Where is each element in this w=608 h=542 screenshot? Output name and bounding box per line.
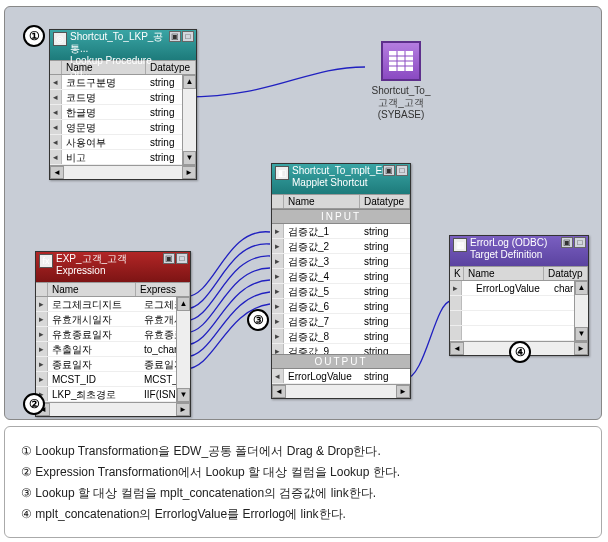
- cell: 유효종료일자: [48, 327, 140, 341]
- table-row[interactable]: ▸검증값_2string: [272, 239, 410, 254]
- target-label-3: (SYBASE): [361, 109, 441, 121]
- row-marker: ▸: [272, 329, 284, 343]
- legend-line-1: ① Lookup Transformation을 EDW_공통 폴더에서 Dra…: [21, 443, 585, 460]
- maximize-button[interactable]: □: [176, 253, 188, 264]
- lookup-icon: ◎: [53, 32, 67, 46]
- table-row[interactable]: ◂한글명string: [50, 105, 196, 120]
- row-marker: ▸: [272, 254, 284, 268]
- row-marker: ▸: [272, 239, 284, 253]
- table-row[interactable]: ▸MCST_IDMCST_I: [36, 372, 190, 387]
- row-marker: ◂: [50, 120, 62, 134]
- lookup-header-row: Name Datatype: [50, 60, 196, 75]
- mapplet-title-2: Mapplet Shortcut: [292, 177, 383, 189]
- cell: 비고: [62, 150, 146, 164]
- scroll-right-button[interactable]: ►: [176, 403, 190, 416]
- expression-rows: ▸로그체크디지트로그체크▸유효개시일자유효개시▸유효종료일자유효종료▸추출일자t…: [36, 297, 190, 402]
- expression-titlebar[interactable]: fx EXP_고객_고객 Expression ▣ □: [36, 252, 190, 282]
- scrollbar-horizontal[interactable]: ◄ ►: [36, 402, 190, 416]
- row-marker: ◂: [272, 369, 284, 383]
- col-expression: Express: [136, 283, 190, 296]
- cell: string: [360, 299, 410, 313]
- cell: 검증값_2: [284, 239, 360, 253]
- output-section: OUTPUT: [272, 354, 410, 369]
- maximize-button[interactable]: □: [182, 31, 194, 42]
- lookup-title-1: Shortcut_To_LKP_공통...: [70, 31, 169, 55]
- scroll-up-button[interactable]: ▲: [575, 281, 588, 295]
- mapplet-titlebar[interactable]: ◧ Shortcut_To_mplt_Err... Mapplet Shortc…: [272, 164, 410, 194]
- table-row[interactable]: ▸추출일자to_char(: [36, 342, 190, 357]
- table-row[interactable]: ▸검증값_9string: [272, 344, 410, 354]
- maximize-button[interactable]: □: [396, 165, 408, 176]
- errorlog-titlebar[interactable]: ▦ ErrorLog (ODBC) Target Definition ▣ □: [450, 236, 588, 266]
- table-row[interactable]: ◂사용여부string: [50, 135, 196, 150]
- table-row[interactable]: ▸검증값_7string: [272, 314, 410, 329]
- table-row[interactable]: ▸ErrorLogValuechar: [450, 281, 588, 296]
- scroll-left-button[interactable]: ◄: [272, 385, 286, 398]
- cell-name: ErrorLogValue: [472, 281, 550, 295]
- cell: 검증값_7: [284, 314, 360, 328]
- scroll-up-button[interactable]: ▲: [183, 75, 196, 89]
- table-row[interactable]: ◂비고string: [50, 150, 196, 165]
- scroll-down-button[interactable]: ▼: [575, 327, 588, 341]
- scrollbar-horizontal[interactable]: ◄ ►: [50, 165, 196, 179]
- col-datatype: Datatype: [146, 61, 196, 74]
- table-row[interactable]: ▸검증값_3string: [272, 254, 410, 269]
- lookup-titlebar[interactable]: ◎ Shortcut_To_LKP_공통... Lookup Procedure…: [50, 30, 196, 60]
- cell: 영문명: [62, 120, 146, 134]
- row-marker: ▸: [36, 312, 48, 326]
- table-row[interactable]: ▸검증값_5string: [272, 284, 410, 299]
- target-shortcut[interactable]: Shortcut_To_ 고객_고객 (SYBASE): [361, 41, 441, 121]
- scroll-right-button[interactable]: ►: [574, 342, 588, 355]
- expand-button[interactable]: ▣: [561, 237, 573, 248]
- expand-button[interactable]: ▣: [383, 165, 395, 176]
- table-row[interactable]: ▸종료일자종료일자: [36, 357, 190, 372]
- mapplet-panel[interactable]: ◧ Shortcut_To_mplt_Err... Mapplet Shortc…: [271, 163, 411, 399]
- scroll-down-button[interactable]: ▼: [177, 388, 190, 402]
- table-row: [450, 296, 588, 311]
- scroll-down-button[interactable]: ▼: [183, 151, 196, 165]
- errorlog-header-row: K Name Datatyp: [450, 266, 588, 281]
- scroll-left-button[interactable]: ◄: [450, 342, 464, 355]
- scroll-left-button[interactable]: ◄: [50, 166, 64, 179]
- maximize-button[interactable]: □: [574, 237, 586, 248]
- cell: 사용여부: [62, 135, 146, 149]
- scroll-right-button[interactable]: ►: [182, 166, 196, 179]
- table-row[interactable]: ▸검증값_8string: [272, 329, 410, 344]
- badge-4: ④: [509, 341, 531, 363]
- lookup-panel[interactable]: ◎ Shortcut_To_LKP_공통... Lookup Procedure…: [49, 29, 197, 180]
- table-row[interactable]: ▸로그체크디지트로그체크: [36, 297, 190, 312]
- scrollbar-vertical[interactable]: ▲ ▼: [182, 75, 196, 165]
- scrollbar-vertical[interactable]: ▲ ▼: [574, 281, 588, 341]
- scroll-right-button[interactable]: ►: [396, 385, 410, 398]
- table-row[interactable]: ◂ErrorLogValuestring: [272, 369, 410, 384]
- scroll-up-button[interactable]: ▲: [177, 297, 190, 311]
- errorlog-title-1: ErrorLog (ODBC): [470, 237, 561, 249]
- scrollbar-horizontal[interactable]: ◄ ►: [272, 384, 410, 398]
- table-row[interactable]: ◂코드구분명string: [50, 75, 196, 90]
- errorlog-title-2: Target Definition: [470, 249, 561, 261]
- table-row[interactable]: ▸검증값_4string: [272, 269, 410, 284]
- legend-line-4: ④ mplt_concatenation의 ErrorlogValue를 Err…: [21, 506, 585, 523]
- col-key: K: [450, 267, 464, 280]
- table-row[interactable]: ▸LKP_최초경로IIF(ISNUI: [36, 387, 190, 402]
- expand-button[interactable]: ▣: [163, 253, 175, 264]
- table-row[interactable]: ◂영문명string: [50, 120, 196, 135]
- cell: string: [360, 239, 410, 253]
- mapplet-output-rows: ◂ErrorLogValuestring: [272, 369, 410, 384]
- table-row[interactable]: ◂코드명string: [50, 90, 196, 105]
- scrollbar-vertical[interactable]: ▲ ▼: [176, 297, 190, 402]
- expand-button[interactable]: ▣: [169, 31, 181, 42]
- table-row[interactable]: ▸검증값_1string: [272, 224, 410, 239]
- cell: 코드명: [62, 90, 146, 104]
- row-marker: ▸: [36, 372, 48, 386]
- errorlog-panel[interactable]: ▦ ErrorLog (ODBC) Target Definition ▣ □ …: [449, 235, 589, 356]
- badge-1: ①: [23, 25, 45, 47]
- cell: string: [360, 224, 410, 238]
- row-marker: ▸: [272, 284, 284, 298]
- expression-panel[interactable]: fx EXP_고객_고객 Expression ▣ □ Name Express…: [35, 251, 191, 417]
- table-row[interactable]: ▸유효종료일자유효종료: [36, 327, 190, 342]
- table-row[interactable]: ▸유효개시일자유효개시: [36, 312, 190, 327]
- cell: 종료일자: [48, 357, 140, 371]
- errorlog-rows: ▸ErrorLogValuechar: [450, 281, 588, 341]
- table-row[interactable]: ▸검증값_6string: [272, 299, 410, 314]
